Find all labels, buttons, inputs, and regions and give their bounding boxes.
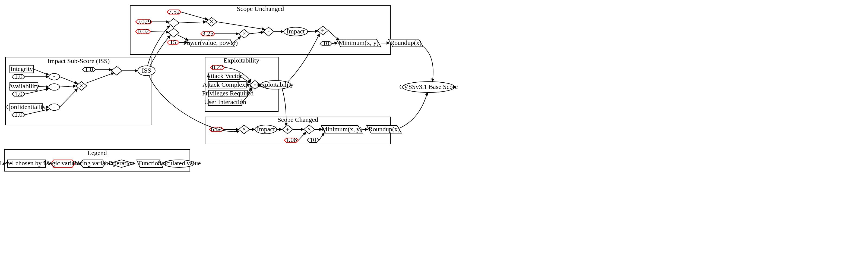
- node-c325: 3.25: [201, 30, 215, 37]
- legend-boring: Boring variable: [72, 160, 113, 167]
- svg-text:10: 10: [323, 40, 329, 47]
- svg-text:CVSSv3.1 Base Score: CVSSv3.1 Base Score: [399, 83, 458, 90]
- svg-text:×: ×: [80, 82, 83, 89]
- node-c822: 8.22: [211, 63, 225, 71]
- node-plus-c: +: [282, 125, 293, 134]
- node-roundup-u: Roundup(x): [389, 39, 423, 47]
- cluster-exp-title: Exploitability: [224, 57, 259, 64]
- svg-text:-: -: [53, 73, 55, 80]
- svg-text:×: ×: [308, 126, 311, 133]
- cluster-sc-title: Scope Changed: [277, 116, 318, 123]
- cluster-su-title: Scope Unchanged: [237, 5, 284, 12]
- node-one-a: 1.0: [12, 73, 25, 80]
- node-iss: ISS: [138, 66, 155, 76]
- node-c15: 15: [167, 38, 179, 46]
- svg-text:Privileges Required: Privileges Required: [202, 90, 254, 97]
- svg-text:Boring variable: Boring variable: [72, 160, 113, 167]
- node-base-score: CVSSv3.1 Base Score: [399, 82, 458, 92]
- node-roundup-c: Roundup(x): [367, 126, 401, 133]
- svg-text:8.22: 8.22: [212, 63, 223, 71]
- node-10-u: 10: [320, 40, 332, 47]
- svg-text:Minimum(x, y): Minimum(x, y): [338, 39, 379, 46]
- node-confidentiality: Confidentiality: [6, 103, 45, 111]
- node-attack-complexity: Attack Complexity: [203, 81, 252, 88]
- svg-text:×: ×: [242, 30, 246, 37]
- legend-calculated: Calculated value: [157, 160, 200, 167]
- svg-text:×: ×: [253, 81, 257, 88]
- svg-text:-: -: [173, 29, 175, 36]
- node-sub-iss: -: [111, 66, 122, 75]
- node-sub-int: -: [49, 73, 60, 80]
- svg-text:3.25: 3.25: [202, 30, 214, 37]
- svg-text:-: -: [267, 28, 270, 35]
- svg-text:Impact: Impact: [257, 126, 275, 133]
- node-user-interaction: User Interaction: [204, 99, 246, 106]
- node-sub-conf: -: [49, 103, 60, 110]
- node-power: Power(value, power): [183, 39, 238, 47]
- svg-text:+: +: [321, 27, 324, 34]
- svg-text:1.0: 1.0: [14, 111, 23, 118]
- svg-text:1.0: 1.0: [14, 90, 23, 97]
- svg-text:Attack Complexity: Attack Complexity: [203, 81, 252, 88]
- svg-text:ISS: ISS: [142, 67, 151, 74]
- svg-text:-: -: [53, 103, 55, 110]
- svg-text:Confidentiality: Confidentiality: [6, 103, 45, 110]
- node-sub-u3: -: [263, 27, 274, 36]
- svg-text:+: +: [286, 126, 289, 133]
- node-c108: 1.08: [284, 136, 298, 143]
- node-sub-avail: -: [49, 83, 60, 90]
- svg-text:7.52: 7.52: [168, 8, 180, 15]
- node-one-c: 1.0: [12, 111, 25, 118]
- svg-text:Power(value, power): Power(value, power): [183, 39, 238, 46]
- svg-text:Roundup(x): Roundup(x): [390, 39, 422, 46]
- node-availability: Availability: [9, 83, 39, 90]
- svg-text:1.0: 1.0: [14, 73, 23, 80]
- svg-text:Roundup(x): Roundup(x): [368, 126, 400, 133]
- svg-text:-: -: [53, 83, 55, 90]
- svg-text:10: 10: [310, 136, 316, 143]
- node-c002: 0.02: [136, 28, 151, 35]
- node-attack-vector: Attack Vector: [206, 72, 242, 79]
- svg-text:Minimum(x, y): Minimum(x, y): [322, 126, 362, 133]
- node-impact-c: Impact: [255, 125, 277, 134]
- node-priv-required: Privileges Required: [202, 90, 254, 97]
- svg-text:15: 15: [170, 38, 177, 46]
- node-c0029: 0.029: [136, 18, 152, 25]
- node-min-u: Minimum(x, y): [336, 39, 381, 47]
- cvss-diagram: Impact Sub-Score (ISS) Integrity 1.0 Ava…: [0, 0, 868, 274]
- svg-text:Integrity: Integrity: [10, 65, 33, 72]
- svg-text:User Interaction: User Interaction: [204, 99, 246, 106]
- node-one-b: 1.0: [12, 90, 25, 97]
- legend-operation: Operation: [108, 160, 135, 167]
- cluster-legend-title: Legend: [87, 149, 107, 156]
- node-mul-c1: ×: [239, 125, 249, 134]
- node-integrity: Integrity: [10, 65, 34, 73]
- node-min-c: Minimum(x, y): [321, 126, 362, 133]
- svg-text:-: -: [173, 19, 175, 26]
- node-c752: 7.52: [167, 8, 181, 15]
- svg-text:-: -: [116, 67, 118, 74]
- node-10-c: 10: [307, 136, 319, 143]
- cluster-iss-title: Impact Sub-Score (ISS): [48, 57, 110, 64]
- svg-text:×: ×: [210, 18, 214, 25]
- svg-text:Calculated value: Calculated value: [157, 160, 200, 167]
- svg-text:×: ×: [242, 126, 246, 133]
- node-mul-u1: ×: [206, 18, 217, 26]
- node-one-d: 1.0: [83, 66, 96, 73]
- svg-text:0.02: 0.02: [137, 28, 149, 35]
- svg-text:Operation: Operation: [108, 160, 135, 167]
- svg-text:1.0: 1.0: [85, 66, 93, 73]
- svg-text:Impact: Impact: [287, 28, 305, 35]
- svg-text:Availability: Availability: [9, 83, 39, 90]
- svg-text:0.029: 0.029: [136, 18, 151, 25]
- svg-text:Attack Vector: Attack Vector: [206, 72, 242, 79]
- svg-text:1.08: 1.08: [285, 136, 297, 143]
- node-impact-u: Impact: [284, 27, 308, 36]
- node-plus-u: +: [317, 26, 328, 35]
- svg-text:Exploitability: Exploitability: [257, 81, 293, 88]
